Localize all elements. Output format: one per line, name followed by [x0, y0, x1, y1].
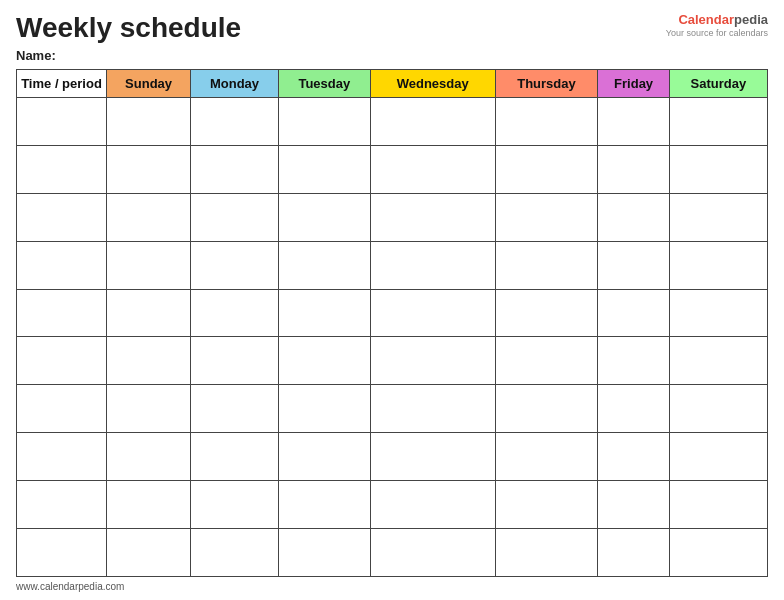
schedule-cell[interactable] [495, 481, 598, 529]
schedule-cell[interactable] [278, 98, 370, 146]
schedule-cell[interactable] [278, 433, 370, 481]
schedule-cell[interactable] [191, 241, 279, 289]
schedule-cell[interactable] [598, 193, 669, 241]
schedule-cell[interactable] [598, 433, 669, 481]
schedule-cell[interactable] [107, 145, 191, 193]
schedule-cell[interactable] [107, 193, 191, 241]
time-cell[interactable] [17, 145, 107, 193]
header-row: Weekly schedule Calendarpedia Your sourc… [16, 12, 768, 44]
schedule-cell[interactable] [107, 241, 191, 289]
time-cell[interactable] [17, 385, 107, 433]
schedule-cell[interactable] [191, 481, 279, 529]
schedule-cell[interactable] [669, 193, 767, 241]
schedule-cell[interactable] [191, 193, 279, 241]
schedule-cell[interactable] [191, 98, 279, 146]
schedule-cell[interactable] [669, 337, 767, 385]
header-row-table: Time / period Sunday Monday Tuesday Wedn… [17, 70, 768, 98]
schedule-cell[interactable] [370, 433, 495, 481]
schedule-cell[interactable] [370, 241, 495, 289]
schedule-cell[interactable] [598, 481, 669, 529]
schedule-cell[interactable] [669, 385, 767, 433]
schedule-cell[interactable] [495, 385, 598, 433]
schedule-cell[interactable] [669, 289, 767, 337]
col-header-sunday: Sunday [107, 70, 191, 98]
schedule-cell[interactable] [191, 385, 279, 433]
schedule-cell[interactable] [495, 98, 598, 146]
col-header-monday: Monday [191, 70, 279, 98]
schedule-cell[interactable] [669, 481, 767, 529]
schedule-cell[interactable] [669, 241, 767, 289]
schedule-cell[interactable] [495, 241, 598, 289]
schedule-cell[interactable] [370, 193, 495, 241]
schedule-cell[interactable] [278, 241, 370, 289]
logo-calendar: Calendar [678, 12, 734, 27]
schedule-cell[interactable] [107, 289, 191, 337]
schedule-cell[interactable] [191, 289, 279, 337]
schedule-cell[interactable] [598, 385, 669, 433]
schedule-cell[interactable] [669, 98, 767, 146]
schedule-cell[interactable] [495, 289, 598, 337]
schedule-cell[interactable] [107, 529, 191, 577]
schedule-cell[interactable] [191, 433, 279, 481]
schedule-cell[interactable] [669, 145, 767, 193]
schedule-cell[interactable] [278, 145, 370, 193]
schedule-cell[interactable] [278, 529, 370, 577]
time-cell[interactable] [17, 529, 107, 577]
schedule-cell[interactable] [107, 337, 191, 385]
table-row [17, 385, 768, 433]
logo-pedia: pedia [734, 12, 768, 27]
col-header-friday: Friday [598, 70, 669, 98]
schedule-cell[interactable] [495, 433, 598, 481]
schedule-cell[interactable] [370, 529, 495, 577]
logo-brand: Calendarpedia [666, 12, 768, 28]
schedule-cell[interactable] [107, 98, 191, 146]
schedule-cell[interactable] [370, 145, 495, 193]
schedule-cell[interactable] [495, 337, 598, 385]
schedule-cell[interactable] [370, 385, 495, 433]
schedule-cell[interactable] [278, 385, 370, 433]
schedule-cell[interactable] [370, 289, 495, 337]
table-row [17, 337, 768, 385]
schedule-cell[interactable] [278, 289, 370, 337]
schedule-cell[interactable] [278, 193, 370, 241]
schedule-cell[interactable] [598, 289, 669, 337]
table-row [17, 145, 768, 193]
schedule-cell[interactable] [598, 145, 669, 193]
table-row [17, 529, 768, 577]
time-cell[interactable] [17, 241, 107, 289]
time-cell[interactable] [17, 337, 107, 385]
schedule-cell[interactable] [669, 433, 767, 481]
schedule-cell[interactable] [370, 337, 495, 385]
schedule-cell[interactable] [370, 481, 495, 529]
logo-block: Calendarpedia Your source for calendars [666, 12, 768, 38]
schedule-cell[interactable] [107, 385, 191, 433]
schedule-cell[interactable] [598, 241, 669, 289]
schedule-cell[interactable] [598, 529, 669, 577]
table-row [17, 481, 768, 529]
schedule-cell[interactable] [107, 481, 191, 529]
table-row [17, 241, 768, 289]
schedule-cell[interactable] [278, 481, 370, 529]
schedule-cell[interactable] [191, 337, 279, 385]
time-cell[interactable] [17, 98, 107, 146]
schedule-cell[interactable] [495, 145, 598, 193]
footer-url: www.calendarpedia.com [16, 581, 124, 592]
table-row [17, 433, 768, 481]
schedule-cell[interactable] [598, 98, 669, 146]
schedule-cell[interactable] [191, 529, 279, 577]
schedule-cell[interactable] [278, 337, 370, 385]
schedule-cell[interactable] [495, 529, 598, 577]
schedule-cell[interactable] [107, 433, 191, 481]
col-header-thursday: Thursday [495, 70, 598, 98]
schedule-cell[interactable] [495, 193, 598, 241]
schedule-cell[interactable] [669, 529, 767, 577]
time-cell[interactable] [17, 481, 107, 529]
schedule-cell[interactable] [598, 337, 669, 385]
schedule-cell[interactable] [370, 98, 495, 146]
time-cell[interactable] [17, 289, 107, 337]
page-title: Weekly schedule [16, 12, 241, 44]
time-cell[interactable] [17, 193, 107, 241]
schedule-cell[interactable] [191, 145, 279, 193]
time-cell[interactable] [17, 433, 107, 481]
footer: www.calendarpedia.com [16, 581, 768, 592]
